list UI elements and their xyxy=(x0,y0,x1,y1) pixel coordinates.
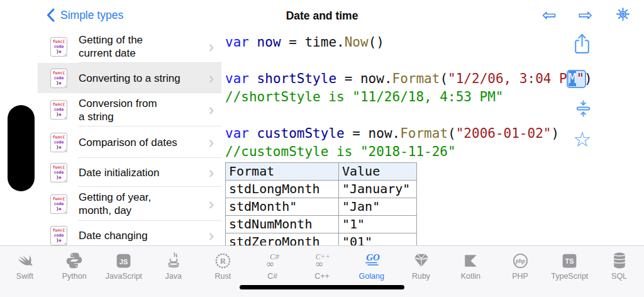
tab-label: Kotlin xyxy=(461,272,480,281)
page-title: Date and time xyxy=(286,0,358,31)
code-token: ) xyxy=(584,71,592,86)
collapse-vertical-icon xyxy=(574,99,592,118)
code-token: = now. xyxy=(345,126,401,141)
tab-java[interactable]: Java xyxy=(148,250,198,297)
chevron-right-icon: › xyxy=(209,196,221,212)
svg-text:JS: JS xyxy=(119,257,128,265)
code-token: var xyxy=(225,71,249,86)
code-token: //shortStyle is "11/26/18, 4:53 PM" xyxy=(225,89,504,104)
app-window: Simple types Date and time ⇦ ⇨ func{code… xyxy=(0,0,644,297)
tab-rust[interactable]: R Rust xyxy=(198,250,248,297)
func-code-document-icon: func{code}● xyxy=(50,37,67,57)
favorite-button[interactable]: ☆ xyxy=(573,129,592,150)
func-code-document-icon: func{code}● xyxy=(50,163,67,182)
code-token: = time. xyxy=(281,35,345,50)
tab-typescript[interactable]: TS TypeScript xyxy=(545,250,594,297)
tab-label: Java xyxy=(165,272,181,281)
column-header: Value xyxy=(339,163,417,181)
code-token xyxy=(249,71,257,86)
share-icon xyxy=(572,33,592,55)
back-label: Simple types xyxy=(60,9,123,22)
code-token: Format xyxy=(400,126,448,141)
sidebar-item-getting-year-month-day[interactable]: func{code}● Getting of year, month, day … xyxy=(38,187,221,221)
tab-golang[interactable]: GO Golang xyxy=(347,250,396,297)
redaction-pill xyxy=(8,105,35,191)
sidebar-item-date-initialization[interactable]: func{code}● Date initialization › xyxy=(38,158,221,187)
table-cell: "Jan" xyxy=(339,198,417,216)
settings-button[interactable] xyxy=(614,6,631,25)
chevron-right-icon: › xyxy=(209,39,221,55)
chevron-left-icon xyxy=(47,8,55,22)
tab-swift[interactable]: Swift xyxy=(0,250,50,297)
sidebar-item-converting-to-string[interactable]: func{code}● Converting to a string › xyxy=(38,63,221,93)
table-header-row: Format Value xyxy=(226,163,417,181)
sidebar-item-date-changing[interactable]: func{code}● Date changing › xyxy=(38,221,221,245)
text-selection-handle[interactable]: M" xyxy=(567,70,586,88)
tab-php[interactable]: php PHP xyxy=(496,250,545,297)
tab-label: Rust xyxy=(215,272,231,281)
tab-sql[interactable]: SQL xyxy=(594,250,644,297)
tab-label: C# xyxy=(267,272,277,281)
svg-text:GO: GO xyxy=(366,252,380,262)
chevron-right-icon: › xyxy=(209,102,221,118)
code-token: ( xyxy=(440,71,448,86)
code-token: "2006-01-02" xyxy=(456,126,552,141)
code-token: var xyxy=(225,35,249,50)
php-icon: php xyxy=(511,250,530,271)
sidebar-item-label: Conversion from a string xyxy=(79,97,157,123)
topic-sidebar: func{code}● Getting of the current date … xyxy=(38,30,221,245)
svg-text:R: R xyxy=(220,257,226,266)
nav-actions: ⇦ ⇨ xyxy=(542,0,631,30)
code-token: ) xyxy=(551,126,559,141)
tab-python[interactable]: Python xyxy=(50,250,99,297)
golang-icon: GO xyxy=(362,250,382,271)
chevron-right-icon: › xyxy=(209,70,221,86)
code-token: //customStyle is "2018-11-26" xyxy=(225,144,456,159)
tab-csharp[interactable]: C#∞ C# xyxy=(248,250,297,297)
svg-text:∞: ∞ xyxy=(315,258,324,270)
svg-text:php: php xyxy=(515,257,525,264)
code-token: () xyxy=(369,35,384,50)
sidebar-item-label: Date initialization xyxy=(79,166,160,179)
code-token: ( xyxy=(448,126,456,141)
home-indicator[interactable] xyxy=(240,285,404,289)
code-token xyxy=(249,35,257,50)
sql-database-icon xyxy=(611,250,628,271)
tab-label: Ruby xyxy=(412,272,430,281)
tab-label: Swift xyxy=(16,272,33,281)
code-token: var xyxy=(225,126,249,141)
kotlin-icon xyxy=(462,250,479,271)
typescript-icon: TS xyxy=(560,250,579,271)
table-row: stdNumMonth "1" xyxy=(226,216,417,233)
tab-javascript[interactable]: JS JavaScript xyxy=(99,250,149,297)
sidebar-item-getting-current-date[interactable]: func{code}● Getting of the current date … xyxy=(38,30,221,63)
table-cell: stdNumMonth xyxy=(226,216,339,233)
tab-ruby[interactable]: Ruby xyxy=(396,250,446,297)
tab-kotlin[interactable]: Kotlin xyxy=(446,250,496,297)
back-button[interactable]: Simple types xyxy=(47,0,123,30)
collapse-button[interactable] xyxy=(574,99,592,120)
arrow-left-icon: ⇦ xyxy=(542,6,557,25)
code-token: customStyle xyxy=(257,126,345,141)
gear-icon xyxy=(614,6,631,23)
share-button[interactable] xyxy=(572,33,592,58)
swift-icon xyxy=(15,250,35,271)
sidebar-item-comparison-of-dates[interactable]: func{code}● Comparison of dates › xyxy=(38,126,221,158)
code-token: Format xyxy=(392,71,440,86)
chevron-right-icon: › xyxy=(209,165,221,181)
func-code-document-icon: func{code}● xyxy=(50,226,67,245)
history-forward-button[interactable]: ⇨ xyxy=(578,7,592,24)
star-outline-icon: ☆ xyxy=(573,128,592,151)
format-table: Format Value stdLongMonth "January" stdM… xyxy=(225,162,417,251)
sidebar-item-label: Getting of year, month, day xyxy=(79,191,151,217)
tab-label: TypeScript xyxy=(551,272,588,281)
svg-text:TS: TS xyxy=(565,257,574,265)
chevron-right-icon: › xyxy=(209,135,221,150)
column-header: Format xyxy=(226,163,339,181)
sidebar-item-conversion-from-string[interactable]: func{code}● Conversion from a string › xyxy=(38,93,221,126)
code-token xyxy=(249,126,257,141)
tab-cpp[interactable]: C++∞ C++ xyxy=(297,250,347,297)
tab-label: SQL xyxy=(611,272,627,281)
sidebar-item-label: Converting to a string xyxy=(79,72,180,85)
history-back-button[interactable]: ⇦ xyxy=(542,7,557,24)
